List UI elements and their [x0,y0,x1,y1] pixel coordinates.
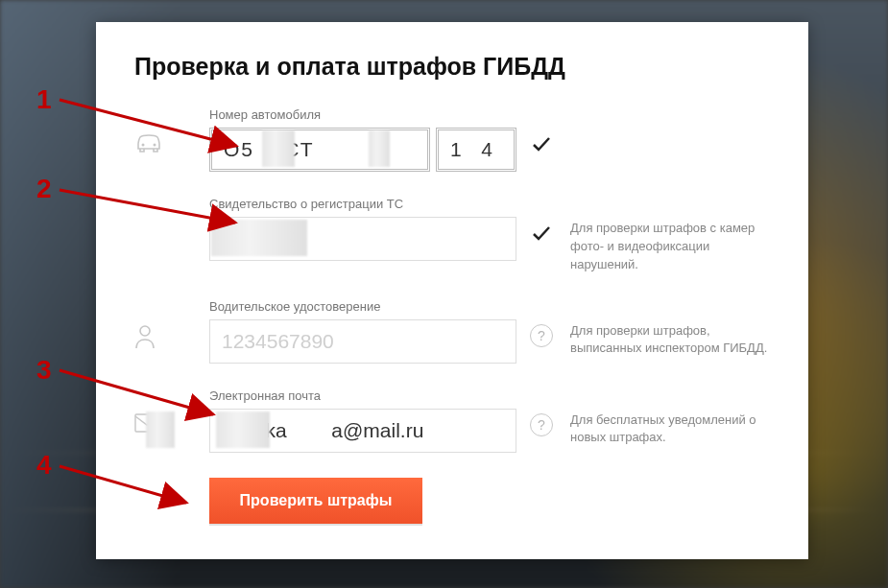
svg-point-0 [142,144,145,147]
page-title: Проверка и оплата штрафов ГИБДД [134,53,770,81]
cert-icon-col [134,197,209,222]
plate-label: Номер автомобиля [209,107,516,122]
license-input[interactable] [209,319,516,364]
svg-rect-3 [135,414,158,432]
email-label: Электронная почта [209,388,516,403]
cert-field: Свидетельство о регистрации ТС [209,197,516,261]
cert-label: Свидетельство о регистрации ТС [209,197,516,211]
submit-button[interactable]: Проверить штрафы [209,478,422,524]
row-email: Электронная почта ? Для бесплатных уведо… [134,388,770,453]
submit-row: Проверить штрафы [134,478,770,524]
cert-status [516,197,566,245]
email-field: Электронная почта [209,388,516,453]
question-icon[interactable]: ? [530,324,553,347]
row-plate: Номер автомобиля [134,107,770,172]
email-status: ? [516,388,566,436]
row-license: Водительское удостоверение ? Для проверк… [134,299,770,364]
check-icon [530,222,553,245]
license-label: Водительское удостоверение [209,299,516,314]
cert-input[interactable] [209,217,516,261]
plate-field: Номер автомобиля [209,107,516,172]
plate-input-group [209,128,516,172]
svg-point-2 [140,326,150,336]
plate-region-input[interactable] [436,128,516,172]
car-icon [134,107,209,153]
cert-hint: Для проверки штрафов с камер фото- и вид… [566,197,770,274]
email-input[interactable] [209,409,516,453]
row-certificate: Свидетельство о регистрации ТС Для прове… [134,197,770,274]
form-card: Проверка и оплата штрафов ГИБДД Номер ав… [96,22,808,559]
plate-hint [566,107,770,130]
email-hint: Для бесплатных уведомлений о новых штраф… [566,388,770,448]
license-hint: Для проверки штрафов, выписанных инспект… [566,299,770,359]
check-icon [530,132,553,155]
license-field: Водительское удостоверение [209,299,516,364]
question-icon[interactable]: ? [530,413,553,436]
plate-status [516,107,566,155]
plate-number-input[interactable] [209,128,430,172]
license-status: ? [516,299,566,347]
svg-point-1 [154,144,156,147]
envelope-icon [134,388,209,433]
person-icon [134,299,209,349]
